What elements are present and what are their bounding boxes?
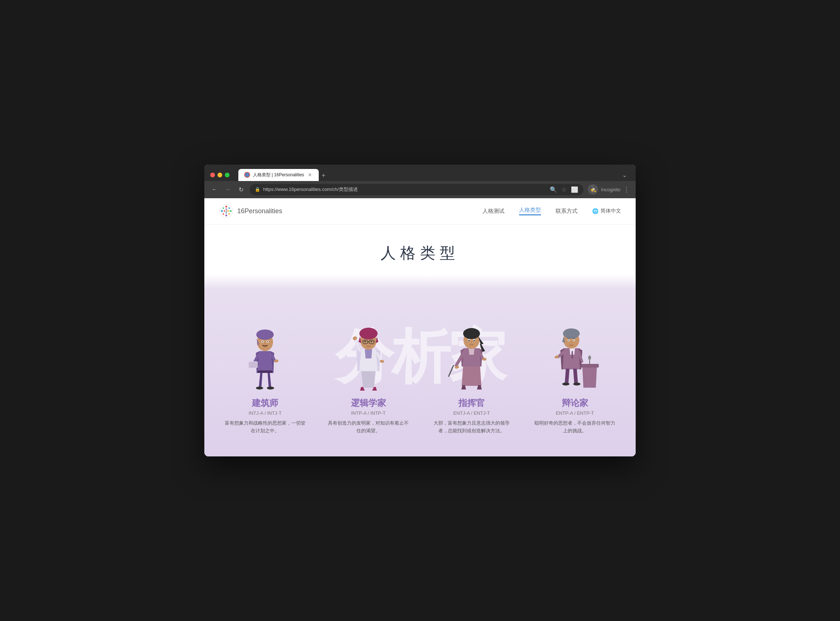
personality-section: 分析家 (204, 274, 636, 457)
svg-line-80 (449, 365, 454, 377)
svg-marker-63 (462, 365, 481, 386)
back-button[interactable]: ← (210, 185, 219, 194)
svg-point-23 (267, 341, 268, 342)
svg-point-43 (359, 328, 378, 339)
svg-point-1 (225, 206, 227, 208)
svg-point-94 (563, 329, 580, 339)
nav-links: 人格测试 人格类型 联系方式 (482, 207, 577, 215)
nav-link-types[interactable]: 人格类型 (519, 207, 541, 215)
svg-rect-36 (258, 371, 272, 373)
entj-desc: 大胆，富有想象力且意志强大的领导者，总能找到或创造解决方法。 (426, 420, 518, 435)
svg-point-58 (352, 336, 358, 341)
svg-point-108 (562, 383, 570, 385)
svg-point-2 (228, 208, 230, 209)
svg-marker-41 (365, 349, 372, 358)
tab-chevron[interactable]: ⌄ (619, 170, 630, 180)
close-button[interactable] (210, 173, 215, 177)
personality-card-entp[interactable]: 辩论家 ENTP-A / ENTP-T 聪明好奇的思想者，不会放弃任何智力上的挑… (529, 311, 621, 435)
url-text: https://www.16personalities.com/ch/类型描述 (263, 186, 547, 193)
intp-avatar (322, 311, 415, 391)
browser-window: 人格类型 | 16Personalities ✕ + ⌄ ← → ↻ 🔒 htt… (204, 165, 636, 457)
svg-marker-33 (267, 372, 271, 388)
search-icon[interactable]: 🔍 (550, 186, 557, 193)
svg-point-6 (223, 213, 224, 215)
svg-point-5 (225, 215, 227, 217)
active-tab[interactable]: 人格类型 | 16Personalities ✕ (238, 169, 319, 181)
logo-text: 16Personalities (237, 208, 282, 215)
svg-point-74 (468, 340, 470, 341)
maximize-button[interactable] (225, 173, 230, 177)
traffic-lights (210, 173, 230, 177)
reload-button[interactable]: ↻ (237, 185, 245, 194)
svg-line-100 (567, 338, 570, 339)
nav-link-contact[interactable]: 联系方式 (556, 208, 577, 215)
svg-point-109 (573, 383, 580, 385)
svg-point-55 (371, 341, 372, 342)
lang-label: 简体中文 (601, 208, 621, 214)
personality-card-intj[interactable]: 建筑师 INTJ-A / INTJ-T 富有想象力和战略性的思想家，一切皆在计划… (219, 311, 311, 435)
minimize-button[interactable] (218, 173, 222, 177)
svg-marker-86 (582, 366, 597, 388)
personality-card-entj[interactable]: 指挥官 ENTJ-A / ENTJ-T 大胆，富有想象力且意志强大的领导者，总能… (426, 311, 518, 435)
nav-link-test[interactable]: 人格测试 (482, 208, 505, 215)
svg-point-18 (256, 330, 274, 340)
svg-line-76 (467, 338, 470, 339)
title-bar: 人格类型 | 16Personalities ✕ + ⌄ (204, 165, 636, 181)
svg-marker-106 (565, 369, 570, 383)
site-nav: 16Personalities 人格测试 人格类型 联系方式 🌐 简体中文 (204, 198, 636, 224)
svg-line-101 (573, 338, 576, 339)
svg-point-3 (230, 210, 232, 212)
hero-section: 人格类型 (204, 224, 636, 274)
split-view-icon[interactable]: ⬜ (571, 186, 578, 193)
entp-name: 辩论家 (529, 397, 621, 409)
entj-code: ENTJ-A / ENTJ-T (426, 410, 518, 416)
tab-close-button[interactable]: ✕ (307, 172, 313, 178)
intp-name: 逻辑学家 (322, 397, 415, 409)
svg-point-12 (224, 210, 225, 212)
svg-point-75 (473, 340, 475, 341)
incognito-area: 🕵 Incognito ⋮ (588, 184, 630, 195)
svg-point-34 (256, 386, 263, 389)
entj-name: 指挥官 (426, 397, 518, 409)
forward-button[interactable]: → (224, 185, 232, 194)
url-actions: 🔍 ☆ ⬜ (550, 186, 578, 193)
svg-point-22 (262, 341, 263, 342)
language-button[interactable]: 🌐 简体中文 (592, 208, 621, 214)
url-box[interactable]: 🔒 https://www.16personalities.com/ch/类型描… (250, 184, 583, 195)
tab-favicon (244, 172, 250, 178)
lock-icon: 🔒 (255, 187, 260, 192)
tab-bar: 人格类型 | 16Personalities ✕ + (238, 169, 616, 181)
svg-point-99 (573, 339, 574, 341)
svg-marker-32 (259, 372, 263, 388)
intp-code: INTP-A / INTP-T (322, 410, 415, 416)
svg-point-7 (221, 210, 223, 212)
svg-point-69 (463, 328, 480, 339)
svg-point-111 (588, 356, 591, 360)
svg-point-13 (226, 211, 227, 212)
svg-marker-67 (468, 348, 474, 355)
browser-chrome: 人格类型 | 16Personalities ✕ + ⌄ ← → ↻ 🔒 htt… (204, 165, 636, 198)
svg-point-9 (225, 209, 227, 210)
hero-title: 人格类型 (219, 243, 621, 263)
logo[interactable]: 16Personalities (219, 204, 282, 218)
website-content: 16Personalities 人格测试 人格类型 联系方式 🌐 简体中文 人格… (204, 198, 636, 457)
personality-grid: 建筑师 INTJ-A / INTJ-T 富有想象力和战略性的思想家，一切皆在计划… (219, 311, 621, 435)
globe-icon: 🌐 (592, 208, 598, 214)
entp-avatar (529, 311, 621, 391)
svg-line-77 (473, 338, 476, 339)
more-options-icon[interactable]: ⋮ (623, 185, 630, 194)
intp-desc: 具有创造力的发明家，对知识有着止不住的渴望。 (322, 420, 415, 435)
personality-card-intp[interactable]: 逻辑学家 INTP-A / INTP-T 具有创造力的发明家，对知识有着止不住的… (322, 311, 415, 435)
svg-marker-37 (361, 370, 376, 388)
svg-marker-14 (258, 351, 272, 373)
bookmark-icon[interactable]: ☆ (562, 186, 567, 193)
logo-icon (219, 204, 234, 218)
intj-avatar (219, 311, 311, 391)
tab-title: 人格类型 | 16Personalities (253, 172, 304, 178)
intj-code: INTJ-A / INTJ-T (219, 410, 311, 416)
new-tab-button[interactable]: + (319, 170, 329, 181)
svg-point-54 (364, 341, 366, 342)
intj-name: 建筑师 (219, 397, 311, 409)
entj-character (444, 318, 499, 391)
entp-character (548, 318, 603, 391)
